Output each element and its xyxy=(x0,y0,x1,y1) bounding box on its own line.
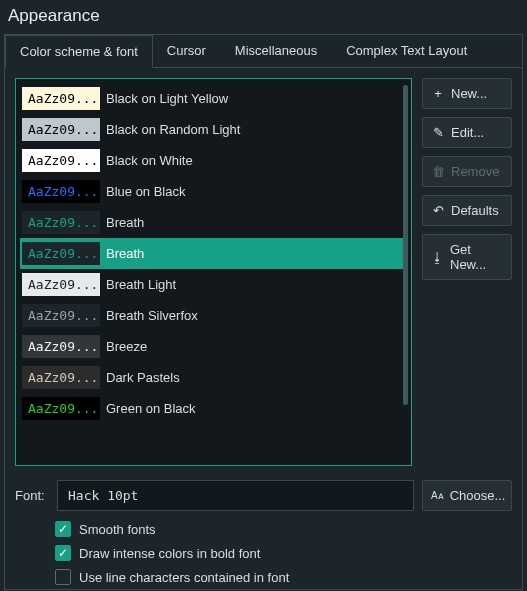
font-options: ✓Smooth fonts✓Draw intense colors in bol… xyxy=(15,521,512,585)
checkbox[interactable]: ✓ xyxy=(55,545,71,561)
edit-label: Edit... xyxy=(451,125,484,140)
scheme-item[interactable]: AaZz09...Breath xyxy=(20,238,407,269)
scheme-name: Green on Black xyxy=(106,401,196,416)
scheme-swatch: AaZz09... xyxy=(22,366,100,389)
appearance-panel: Color scheme & fontCursorMiscellaneousCo… xyxy=(4,34,523,590)
scheme-swatch: AaZz09... xyxy=(22,242,100,265)
choose-font-button[interactable]: Aᴀ Choose... xyxy=(422,480,512,511)
trash-icon: 🗑 xyxy=(431,164,445,179)
scheme-swatch: AaZz09... xyxy=(22,118,100,141)
scheme-name: Breath xyxy=(106,246,144,261)
scheme-item[interactable]: AaZz09...Breath xyxy=(20,207,407,238)
scheme-name: Dark Pastels xyxy=(106,370,180,385)
scheme-item[interactable]: AaZz09...Dark Pastels xyxy=(20,362,407,393)
remove-button: 🗑 Remove xyxy=(422,156,512,187)
scheme-item[interactable]: AaZz09...Black on Random Light xyxy=(20,114,407,145)
download-icon: ⭳ xyxy=(431,250,444,265)
scheme-name: Breeze xyxy=(106,339,147,354)
checkbox-row[interactable]: Use line characters contained in font xyxy=(55,569,512,585)
scheme-name: Black on Light Yellow xyxy=(106,91,228,106)
scheme-name: Black on White xyxy=(106,153,193,168)
scheme-name: Black on Random Light xyxy=(106,122,240,137)
checkbox[interactable]: ✓ xyxy=(55,521,71,537)
new-label: New... xyxy=(451,86,487,101)
font-label: Font: xyxy=(15,488,49,503)
edit-button[interactable]: ✎ Edit... xyxy=(422,117,512,148)
defaults-label: Defaults xyxy=(451,203,499,218)
new-button[interactable]: + New... xyxy=(422,78,512,109)
plus-icon: + xyxy=(431,86,445,101)
tab-color-scheme: AaZz09...Black on Light YellowAaZz09...B… xyxy=(5,68,522,591)
scheme-swatch: AaZz09... xyxy=(22,149,100,172)
scheme-name: Breath Silverfox xyxy=(106,308,198,323)
scheme-name: Blue on Black xyxy=(106,184,186,199)
scheme-swatch: AaZz09... xyxy=(22,273,100,296)
tab-bar: Color scheme & fontCursorMiscellaneousCo… xyxy=(5,35,522,68)
tab-cursor[interactable]: Cursor xyxy=(153,35,221,67)
scheme-item[interactable]: AaZz09...Breath Silverfox xyxy=(20,300,407,331)
tab-complex-text-layout[interactable]: Complex Text Layout xyxy=(332,35,482,67)
scheme-item[interactable]: AaZz09...Breeze xyxy=(20,331,407,362)
get-new-button[interactable]: ⭳ Get New... xyxy=(422,234,512,280)
scheme-item[interactable]: AaZz09...Breath Light xyxy=(20,269,407,300)
checkbox-label: Smooth fonts xyxy=(79,522,156,537)
scheme-swatch: AaZz09... xyxy=(22,87,100,110)
scheme-name: Breath xyxy=(106,215,144,230)
font-input[interactable] xyxy=(57,480,414,511)
getnew-label: Get New... xyxy=(450,242,503,272)
scheme-swatch: AaZz09... xyxy=(22,211,100,234)
scheme-item[interactable]: AaZz09...Black on White xyxy=(20,145,407,176)
checkbox[interactable] xyxy=(55,569,71,585)
tab-color-scheme-font[interactable]: Color scheme & font xyxy=(5,35,153,68)
font-icon: Aᴀ xyxy=(431,490,444,501)
scrollbar-thumb[interactable] xyxy=(403,85,408,405)
scheme-actions: + New... ✎ Edit... 🗑 Remove ↶ Defaults ⭳ xyxy=(422,78,512,466)
scheme-swatch: AaZz09... xyxy=(22,335,100,358)
pencil-icon: ✎ xyxy=(431,125,445,140)
checkbox-label: Use line characters contained in font xyxy=(79,570,289,585)
undo-icon: ↶ xyxy=(431,203,445,218)
checkbox-label: Draw intense colors in bold font xyxy=(79,546,260,561)
page-title: Appearance xyxy=(0,0,527,34)
scheme-swatch: AaZz09... xyxy=(22,304,100,327)
scheme-swatch: AaZz09... xyxy=(22,397,100,420)
scheme-item[interactable]: AaZz09...Black on Light Yellow xyxy=(20,83,407,114)
scheme-name: Breath Light xyxy=(106,277,176,292)
tab-miscellaneous[interactable]: Miscellaneous xyxy=(221,35,332,67)
remove-label: Remove xyxy=(451,164,499,179)
scheme-item[interactable]: AaZz09...Blue on Black xyxy=(20,176,407,207)
checkbox-row[interactable]: ✓Draw intense colors in bold font xyxy=(55,545,512,561)
scheme-item[interactable]: AaZz09...Green on Black xyxy=(20,393,407,424)
scheme-swatch: AaZz09... xyxy=(22,180,100,203)
color-scheme-list[interactable]: AaZz09...Black on Light YellowAaZz09...B… xyxy=(15,78,412,466)
checkbox-row[interactable]: ✓Smooth fonts xyxy=(55,521,512,537)
choose-label: Choose... xyxy=(450,488,506,503)
defaults-button[interactable]: ↶ Defaults xyxy=(422,195,512,226)
